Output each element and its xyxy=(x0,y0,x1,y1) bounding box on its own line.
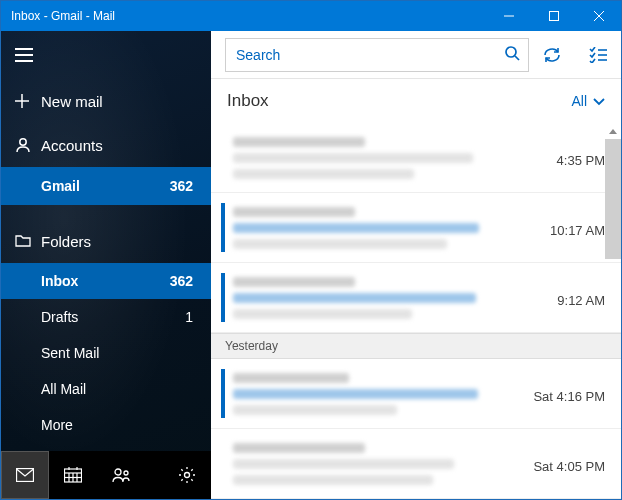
folder-name: All Mail xyxy=(41,381,193,397)
close-button[interactable] xyxy=(576,1,621,31)
folder-item[interactable]: All Mail xyxy=(1,371,211,407)
message-preview xyxy=(233,439,533,488)
chevron-down-icon xyxy=(593,93,605,109)
message-preview xyxy=(233,369,533,418)
filter-label: All xyxy=(571,93,587,109)
new-mail-button[interactable]: New mail xyxy=(1,79,211,123)
svg-point-19 xyxy=(115,469,121,475)
message-time: 4:35 PM xyxy=(557,133,605,168)
folder-icon xyxy=(15,234,41,248)
calendar-tab-button[interactable] xyxy=(49,451,97,499)
unread-bar xyxy=(221,203,225,252)
search-icon xyxy=(504,45,520,65)
group-header: Yesterday xyxy=(211,333,621,359)
folders-label: Folders xyxy=(41,233,91,250)
unread-bar xyxy=(221,439,225,488)
folder-item[interactable]: Inbox362 xyxy=(1,263,211,299)
svg-rect-1 xyxy=(549,12,558,21)
account-name: Gmail xyxy=(41,178,170,194)
sidebar: New mail Accounts Gmail362 Folders Inbox… xyxy=(1,31,211,499)
svg-point-9 xyxy=(20,139,26,145)
message-row[interactable]: Sat 4:16 PM xyxy=(211,359,621,429)
folder-name: Sent Mail xyxy=(41,345,193,361)
folder-item[interactable]: More xyxy=(1,407,211,443)
search-input[interactable] xyxy=(236,47,504,63)
people-tab-button[interactable] xyxy=(97,451,145,499)
search-field[interactable] xyxy=(225,38,529,72)
unread-bar xyxy=(221,273,225,322)
plus-icon xyxy=(15,94,41,108)
message-row[interactable]: 9:12 AM xyxy=(211,263,621,333)
settings-button[interactable] xyxy=(163,451,211,499)
message-time: 10:17 AM xyxy=(550,203,605,238)
main-panel: Inbox All 4:35 PM 1 xyxy=(211,31,621,499)
hamburger-button[interactable] xyxy=(1,31,211,79)
folder-item[interactable]: Drafts1 xyxy=(1,299,211,335)
message-row[interactable]: Sat 4:05 PM xyxy=(211,429,621,499)
svg-point-21 xyxy=(185,473,190,478)
title-bar: Inbox - Gmail - Mail xyxy=(1,1,621,31)
mail-tab-button[interactable] xyxy=(1,451,49,499)
folder-name: Drafts xyxy=(41,309,185,325)
account-item[interactable]: Gmail362 xyxy=(1,167,211,205)
message-preview xyxy=(233,273,557,322)
accounts-label: Accounts xyxy=(41,137,197,154)
account-count: 362 xyxy=(170,178,193,194)
svg-point-20 xyxy=(124,471,128,475)
message-row[interactable]: 10:17 AM xyxy=(211,193,621,263)
folder-count: 362 xyxy=(170,273,193,289)
folder-item[interactable]: Sent Mail xyxy=(1,335,211,371)
scroll-thumb[interactable] xyxy=(605,139,621,259)
message-time: 9:12 AM xyxy=(557,273,605,308)
folder-name: More xyxy=(41,417,193,433)
message-time: Sat 4:16 PM xyxy=(533,369,605,404)
message-list: 4:35 PM 10:17 AM 9:12 AMYesterday Sat xyxy=(211,123,621,499)
scroll-up-icon[interactable] xyxy=(605,123,621,139)
select-mode-button[interactable] xyxy=(575,31,621,79)
minimize-button[interactable] xyxy=(486,1,531,31)
message-time: Sat 4:05 PM xyxy=(533,439,605,474)
unread-bar xyxy=(221,369,225,418)
window-title: Inbox - Gmail - Mail xyxy=(11,9,486,23)
message-row[interactable]: 4:35 PM xyxy=(211,123,621,193)
svg-line-23 xyxy=(515,56,519,60)
filter-dropdown[interactable]: All xyxy=(571,93,605,109)
folders-header[interactable]: Folders xyxy=(1,219,211,263)
person-icon xyxy=(15,137,41,153)
message-preview xyxy=(233,203,550,252)
scrollbar[interactable] xyxy=(605,123,621,499)
sync-button[interactable] xyxy=(529,31,575,79)
new-mail-label: New mail xyxy=(41,93,197,110)
maximize-button[interactable] xyxy=(531,1,576,31)
folder-count: 1 xyxy=(185,309,193,325)
bottom-bar xyxy=(1,451,211,499)
message-preview xyxy=(233,133,557,182)
list-header: Inbox All xyxy=(211,79,621,123)
unread-bar xyxy=(221,133,225,182)
list-title: Inbox xyxy=(227,91,571,111)
toolbar xyxy=(211,31,621,79)
accounts-header[interactable]: Accounts xyxy=(1,123,211,167)
folder-name: Inbox xyxy=(41,273,170,289)
svg-point-22 xyxy=(506,47,516,57)
